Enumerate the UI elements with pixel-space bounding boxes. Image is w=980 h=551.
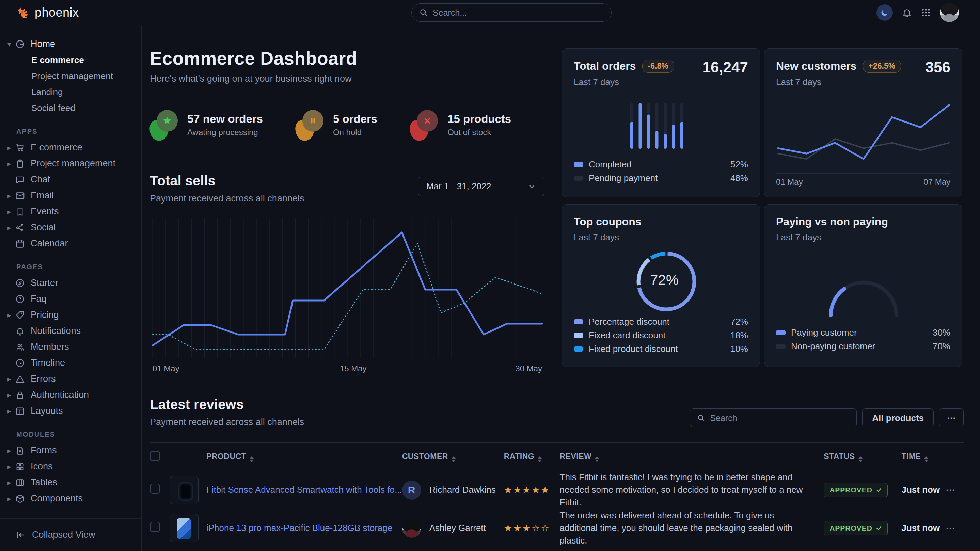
coupons-legend-label: Fixed product discount xyxy=(589,344,678,354)
column-header-customer[interactable]: CUSTOMER xyxy=(402,443,504,471)
collapse-icon xyxy=(16,530,26,540)
sidebar-item-calendar[interactable]: Calendar xyxy=(0,235,141,251)
orders-legend-swatch xyxy=(574,176,583,181)
caret-right-icon: ▸ xyxy=(8,446,15,455)
sidebar-item-label: Calendar xyxy=(31,238,68,249)
sort-icon xyxy=(452,456,456,462)
reviews-search-input[interactable] xyxy=(710,413,850,423)
notifications-bell-icon[interactable] xyxy=(902,8,912,18)
question-icon xyxy=(15,294,31,304)
global-search[interactable] xyxy=(411,3,612,22)
reviews-subtitle: Payment received across all channels xyxy=(150,417,304,427)
total-orders-value: 16,247 xyxy=(702,59,748,76)
reviews-search[interactable] xyxy=(690,408,857,427)
sidebar-item-label: Icons xyxy=(31,461,53,472)
sidebar-item-label: Authentication xyxy=(31,390,89,400)
select-all-checkbox[interactable] xyxy=(150,451,160,461)
user-avatar[interactable] xyxy=(940,3,959,22)
new-customers-title: New customers xyxy=(776,60,857,73)
customer-cell: RRichard Dawkins xyxy=(402,481,504,500)
product-link[interactable]: Fitbit Sense Advanced Smartwatch with To… xyxy=(206,484,402,495)
reviews-more-button[interactable]: ⋯ xyxy=(939,408,964,427)
paying-gauge-chart xyxy=(824,276,903,319)
sidebar-item-label: Errors xyxy=(31,374,56,384)
sidebar-subitem-landing[interactable]: Landing xyxy=(0,84,141,100)
sidebar-item-components[interactable]: ▸Components xyxy=(0,491,141,507)
sidebar-item-faq[interactable]: Faq xyxy=(0,291,141,307)
sidebar-item-members[interactable]: Members xyxy=(0,339,141,355)
brand-logo[interactable]: phoenix xyxy=(0,5,79,20)
coupons-legend: Percentage discount72%Fixed card discoun… xyxy=(574,315,748,356)
column-header-status[interactable]: STATUS xyxy=(824,443,901,471)
sidebar-item-label: Tables xyxy=(31,477,57,488)
tag-icon xyxy=(15,310,31,320)
row-menu-button[interactable]: ⋯ xyxy=(946,523,956,533)
sidebar-item-notifications[interactable]: Notifications xyxy=(0,323,141,339)
column-header-time[interactable]: TIME xyxy=(902,443,946,471)
sidebar-item-home[interactable]: ▾Home xyxy=(0,36,141,52)
caret-right-icon: ▸ xyxy=(8,462,15,471)
sort-icon xyxy=(595,456,599,462)
column-header-rating[interactable]: RATING xyxy=(504,443,560,471)
sidebar-item-label: Starter xyxy=(31,278,58,288)
paying-legend-value: 70% xyxy=(933,341,950,352)
paying-legend-value: 30% xyxy=(933,327,950,338)
row-menu-button[interactable]: ⋯ xyxy=(946,484,956,495)
sidebar-item-events[interactable]: ▸Events xyxy=(0,203,141,219)
column-header-product[interactable]: PRODUCT xyxy=(206,443,402,471)
sidebar-subitem-project-management[interactable]: Project management xyxy=(0,68,141,84)
coupons-legend-value: 72% xyxy=(730,316,748,327)
coupons-legend-swatch xyxy=(574,333,583,338)
sidebar-item-authentication[interactable]: ▸Authentication xyxy=(0,387,141,403)
sidebar-item-tables[interactable]: ▸Tables xyxy=(0,475,141,491)
sidebar-item-label: Forms xyxy=(31,445,57,456)
search-icon xyxy=(697,414,705,422)
latest-reviews-section: Latest reviews Payment received across a… xyxy=(142,376,980,551)
sidebar-item-project-management[interactable]: ▸Project management xyxy=(0,156,141,171)
bell-icon xyxy=(15,326,31,336)
rating-stars: ★★★☆☆ xyxy=(504,523,550,533)
star-stat-icon xyxy=(150,109,178,141)
sidebar-item-timeline[interactable]: Timeline xyxy=(0,355,141,371)
customer-avatar xyxy=(402,519,421,538)
coupons-legend-value: 18% xyxy=(730,330,748,341)
grid4-icon xyxy=(15,462,31,472)
collapse-sidebar-button[interactable]: Collapsed View xyxy=(0,518,141,551)
sidebar-subitem-social-feed[interactable]: Social feed xyxy=(0,100,141,116)
coupons-legend-label: Fixed card discount xyxy=(589,330,665,341)
sidebar-subitem-e-commerce[interactable]: E commerce xyxy=(0,52,141,68)
all-products-button[interactable]: All products xyxy=(862,408,934,427)
calendar-icon xyxy=(15,238,31,249)
sidebar-item-icons[interactable]: ▸Icons xyxy=(0,459,141,475)
customers-line-chart xyxy=(776,92,951,177)
sidebar-item-layouts[interactable]: ▸Layouts xyxy=(0,403,141,419)
column-header-review[interactable]: REVIEW xyxy=(560,443,824,471)
dashboard-left-column: Ecommerce Dashboard Here's what's going … xyxy=(142,25,554,376)
row-checkbox[interactable] xyxy=(150,522,160,532)
stat-orange: 5 ordersOn hold xyxy=(296,109,377,141)
stat-subtitle: Awating processing xyxy=(187,128,263,137)
sidebar-item-forms[interactable]: ▸Forms xyxy=(0,442,141,459)
date-range-select[interactable]: Mar 1 - 31, 2022 xyxy=(418,177,544,196)
global-search-input[interactable] xyxy=(433,8,604,18)
sidebar-item-e-commerce[interactable]: ▸E commerce xyxy=(0,140,141,156)
sidebar-item-errors[interactable]: ▸Errors xyxy=(0,371,141,387)
orders-bar-chart xyxy=(610,100,712,151)
sidebar-item-label: Members xyxy=(31,342,69,352)
sidebar-item-starter[interactable]: Starter xyxy=(0,275,141,291)
orders-legend-label: Pending payment xyxy=(589,173,657,183)
row-checkbox[interactable] xyxy=(150,484,160,494)
theme-toggle-moon-icon[interactable] xyxy=(877,5,893,21)
sidebar: ▾HomeE commerceProject managementLanding… xyxy=(0,25,142,551)
sidebar-item-pricing[interactable]: ▸Pricing xyxy=(0,307,141,323)
sidebar-item-chat[interactable]: Chat xyxy=(0,171,141,187)
sort-icon xyxy=(538,456,542,462)
chevron-down-icon xyxy=(528,183,536,191)
share-icon xyxy=(15,222,31,233)
file-icon xyxy=(15,446,31,456)
apps-grid-icon[interactable] xyxy=(921,8,931,18)
sidebar-item-label: Timeline xyxy=(31,358,65,368)
product-link[interactable]: iPhone 13 pro max-Pacific Blue-128GB sto… xyxy=(206,523,392,533)
sidebar-item-email[interactable]: ▸Email xyxy=(0,187,141,203)
sidebar-item-social[interactable]: ▸Social xyxy=(0,219,141,235)
